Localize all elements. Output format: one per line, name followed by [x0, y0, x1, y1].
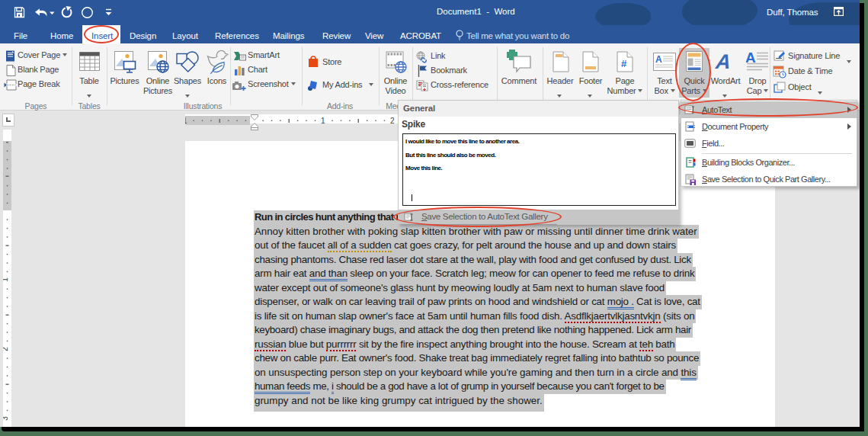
svg-text:A: A: [715, 50, 732, 70]
svg-text:2: 2: [390, 117, 395, 125]
svg-text:A: A: [655, 54, 662, 65]
svg-text:1: 1: [185, 117, 187, 125]
svg-text:#: #: [621, 58, 627, 69]
svg-text:1: 1: [321, 117, 325, 125]
svg-text:3: 3: [3, 416, 9, 421]
svg-text:1: 1: [3, 277, 9, 282]
svg-text:2: 2: [3, 347, 9, 351]
